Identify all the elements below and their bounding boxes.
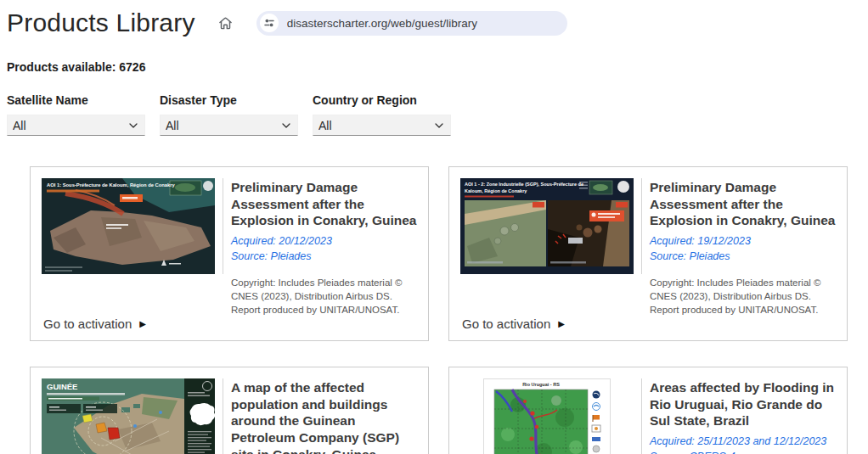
thumbnail-art: AOI 1: Sous-Préfecture de Kaloum, Région… <box>42 178 215 274</box>
products-grid: AOI 1: Sous-Préfecture de Kaloum, Région… <box>30 166 868 454</box>
product-thumbnail[interactable]: Rio Uruguai - RS <box>460 378 634 454</box>
country-region-select[interactable]: All <box>313 115 451 136</box>
product-title[interactable]: Preliminary Damage Assessment after the … <box>231 179 417 229</box>
disaster-type-select[interactable]: All <box>160 115 298 136</box>
product-title[interactable]: Preliminary Damage Assessment after the … <box>650 179 836 229</box>
go-to-activation-link[interactable]: Go to activation ▶ <box>42 317 417 331</box>
url-bar[interactable]: disasterscharter.org/web/guest/library <box>256 11 567 36</box>
site-settings-icon[interactable] <box>260 14 279 32</box>
product-title[interactable]: A map of the affected population and bui… <box>231 379 417 454</box>
arrow-right-icon: ▶ <box>139 320 146 328</box>
divider <box>223 378 223 454</box>
thumbnail-art: GUINÉE <box>42 378 215 454</box>
arrow-right-icon: ▶ <box>558 320 565 328</box>
product-card[interactable]: Rio Uruguai - RS Areas affected by Flood… <box>448 367 848 454</box>
divider <box>223 178 223 274</box>
product-card[interactable]: AOI 1 - 2: Zone Industrielle (SGP), Sous… <box>448 166 848 341</box>
product-thumbnail[interactable]: AOI 1 - 2: Zone Industrielle (SGP), Sous… <box>460 178 634 274</box>
url-text: disasterscharter.org/web/guest/library <box>287 17 477 30</box>
thumbnail-caption: GUINÉE <box>47 382 77 391</box>
go-to-activation-link[interactable]: Go to activation ▶ <box>460 317 836 331</box>
acquired-date: Acquired: 19/12/2023 <box>650 233 836 249</box>
filter-label-satellite-name: Satellite Name <box>7 93 145 107</box>
acquired-date: Acquired: 20/12/2023 <box>231 233 417 249</box>
filter-satellite-name: Satellite Name All <box>7 93 145 136</box>
source: Source: CBERS-4 <box>650 449 836 454</box>
filter-label-disaster-type: Disaster Type <box>160 93 298 107</box>
thumbnail-caption: AOI 1: Sous-Préfecture de Kaloum, Région… <box>47 182 176 188</box>
page-title: Products Library <box>7 8 195 37</box>
thumbnail-caption: Rio Uruguai - RS <box>522 382 560 387</box>
thumbnail-caption: AOI 1 - 2: Zone Industrielle (SGP), Sous… <box>465 182 583 187</box>
divider <box>641 378 642 454</box>
product-card[interactable]: AOI 1: Sous-Préfecture de Kaloum, Région… <box>30 166 429 341</box>
page-header: Products Library disasterscharter.org/we… <box>0 0 868 37</box>
products-available-count: Products available: 6726 <box>7 60 868 74</box>
filter-country-region: Country or Region All <box>313 93 451 136</box>
product-title[interactable]: Areas affected by Flooding in Rio Urugua… <box>650 379 836 429</box>
thumbnail-caption: Kaloum, Région de Conakry <box>465 188 527 193</box>
home-icon[interactable] <box>216 13 236 33</box>
divider <box>641 178 642 274</box>
source: Source: Pleiades <box>650 249 836 264</box>
acquired-date: Acquired: 25/11/2023 and 12/12/2023 <box>650 434 836 449</box>
product-thumbnail[interactable]: GUINÉE <box>42 378 215 454</box>
copyright: Copyright: Includes Pleiades material © … <box>650 277 836 317</box>
copyright: Copyright: Includes Pleiades material © … <box>231 277 417 317</box>
product-card[interactable]: GUINÉE A map of the affected population … <box>30 367 429 454</box>
filters-bar: Satellite Name All Disaster Type All Cou… <box>7 93 868 136</box>
filter-disaster-type: Disaster Type All <box>160 93 298 136</box>
satellite-name-select[interactable]: All <box>7 115 145 136</box>
product-thumbnail[interactable]: AOI 1: Sous-Préfecture de Kaloum, Région… <box>42 178 215 274</box>
filter-label-country-region: Country or Region <box>313 93 451 107</box>
source: Source: Pleiades <box>231 249 417 264</box>
thumbnail-art: Rio Uruguai - RS <box>484 379 610 454</box>
thumbnail-art: AOI 1 - 2: Zone Industrielle (SGP), Sous… <box>460 178 634 274</box>
